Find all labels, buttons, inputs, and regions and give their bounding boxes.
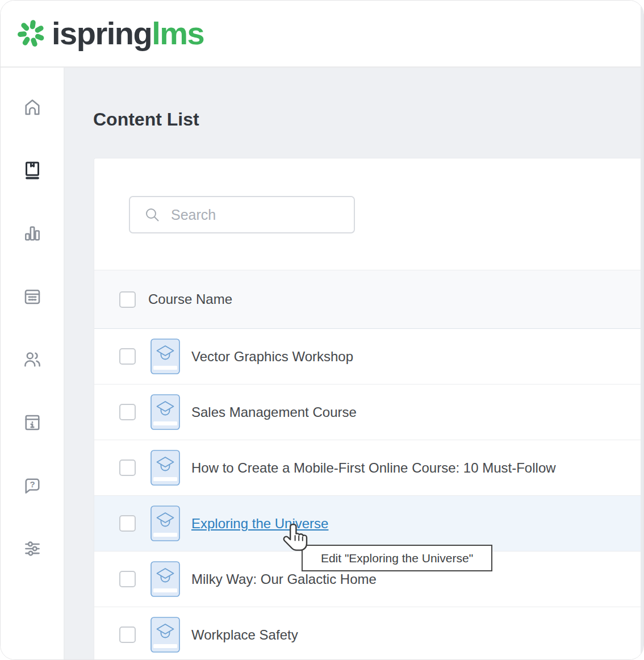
sidebar-item-calendar[interactable]	[1, 265, 64, 328]
calendar-icon	[22, 286, 43, 307]
row-checkbox[interactable]	[119, 571, 136, 587]
row-checkbox[interactable]	[119, 515, 136, 532]
sidebar-nav: ?	[1, 68, 65, 659]
course-name[interactable]: Sales Management Course	[191, 404, 357, 420]
search-box	[129, 196, 355, 233]
table-row[interactable]: How to Create a Mobile-First Online Cour…	[94, 440, 644, 496]
course-name-link[interactable]: Exploring the Universe	[191, 516, 328, 532]
sidebar-item-users[interactable]	[1, 328, 64, 391]
ispring-flower-icon	[16, 19, 46, 48]
sidebar-item-content[interactable]	[1, 139, 64, 202]
top-bar: ispring lms	[1, 1, 643, 68]
row-checkbox[interactable]	[119, 460, 136, 476]
sidebar-item-help[interactable]: ?	[1, 454, 64, 517]
scrollbar-track[interactable]	[641, 1, 643, 659]
page-title: Content List	[93, 108, 643, 130]
info-panel-icon	[22, 412, 43, 433]
sidebar-item-reports[interactable]	[1, 202, 64, 265]
logo-brand-text: ispring	[52, 18, 152, 49]
bar-chart-icon	[22, 223, 43, 244]
table-row[interactable]: Sales Management Course	[94, 385, 644, 440]
course-name[interactable]: Vector Graphics Workshop	[191, 349, 353, 365]
sidebar-item-home[interactable]	[1, 76, 64, 139]
course-name[interactable]: How to Create a Mobile-First Online Cour…	[191, 460, 556, 476]
home-icon	[22, 97, 43, 118]
edit-tooltip: Edit "Exploring the Universe"	[302, 545, 492, 571]
select-all-checkbox[interactable]	[119, 291, 136, 308]
course-icon	[150, 617, 180, 653]
course-table: Course Name Vector Gr	[94, 270, 644, 660]
users-icon	[22, 349, 43, 370]
table-row[interactable]: Vector Graphics Workshop	[94, 329, 644, 385]
app-window: ispring lms	[0, 0, 644, 660]
logo-suffix-text: lms	[152, 18, 204, 49]
table-row-highlighted[interactable]: Exploring the Universe	[94, 496, 644, 552]
row-checkbox[interactable]	[119, 348, 136, 365]
course-name[interactable]: Workplace Safety	[191, 627, 298, 643]
svg-text:?: ?	[30, 479, 35, 489]
course-icon	[150, 561, 180, 597]
ispring-lms-logo: ispring lms	[16, 18, 204, 49]
book-icon	[22, 160, 43, 181]
course-icon	[150, 506, 180, 541]
sliders-icon	[22, 538, 43, 559]
edit-tooltip-text: Edit "Exploring the Universe"	[321, 552, 473, 565]
row-checkbox[interactable]	[119, 404, 136, 420]
search-input[interactable]	[170, 206, 355, 224]
course-icon	[150, 450, 180, 486]
sidebar-item-settings[interactable]	[1, 517, 64, 580]
sidebar-item-info[interactable]	[1, 391, 64, 454]
search-icon	[144, 206, 161, 223]
table-header-row: Course Name	[94, 270, 644, 329]
table-row[interactable]: Workplace Safety	[94, 607, 644, 660]
content-list-card: Course Name Vector Gr	[94, 158, 644, 660]
row-checkbox[interactable]	[119, 626, 136, 643]
question-bubble-icon: ?	[22, 475, 43, 496]
logo-wordmark: ispring lms	[52, 18, 204, 49]
course-name[interactable]: Milky Way: Our Galactic Home	[191, 571, 377, 587]
course-icon	[150, 394, 180, 430]
course-icon	[150, 339, 180, 374]
column-header-course-name: Course Name	[148, 291, 232, 307]
